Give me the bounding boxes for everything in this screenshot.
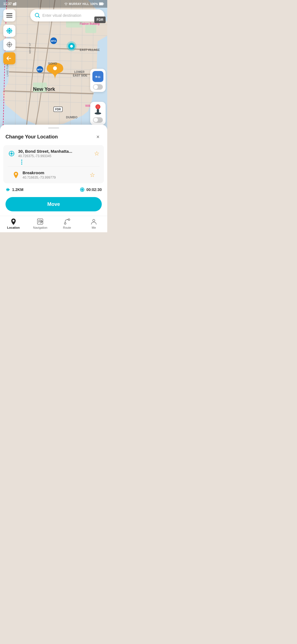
svg-point-80 xyxy=(99,76,100,77)
svg-rect-86 xyxy=(97,109,99,113)
search-icon xyxy=(35,13,40,18)
location1-name: 30, Bond Street, Manhatta... xyxy=(18,149,91,154)
svg-text:MTA: MTA xyxy=(51,40,56,42)
svg-rect-58 xyxy=(6,13,12,14)
nav-item-me[interactable]: Me xyxy=(81,218,108,230)
svg-rect-6 xyxy=(99,3,103,5)
location1-coords: 40.726375,-73.993345 xyxy=(18,154,91,158)
svg-point-109 xyxy=(93,219,95,222)
location2-star[interactable]: ☆ xyxy=(90,171,95,179)
location2-coords: 40.716635,-73.999779 xyxy=(23,176,87,179)
time-icon xyxy=(80,187,85,192)
location1-text: 30, Bond Street, Manhatta... 40.726375,-… xyxy=(18,149,91,158)
svg-text:WEST ST: WEST ST xyxy=(29,43,31,54)
svg-text:EAST VILLAGE: EAST VILLAGE xyxy=(80,48,100,51)
svg-rect-2 xyxy=(15,2,16,6)
svg-text:LOWER: LOWER xyxy=(74,70,85,73)
svg-point-82 xyxy=(99,77,100,78)
svg-point-4 xyxy=(65,5,66,6)
location2-name: Breakroom xyxy=(23,170,87,175)
route-nav-icon xyxy=(64,218,71,225)
location1-icon xyxy=(8,150,15,157)
svg-text:DUMBO: DUMBO xyxy=(66,116,78,119)
status-bar: 11:37 MURRAY HILL 100% xyxy=(0,0,107,8)
svg-rect-3 xyxy=(16,2,17,6)
svg-point-85 xyxy=(96,105,100,108)
nav-label-location: Location xyxy=(7,226,20,229)
nav-item-route[interactable]: Route xyxy=(54,218,81,230)
location-row-2: Breakroom 40.716635,-73.999779 ☆ xyxy=(8,167,100,179)
menu-icon xyxy=(6,13,12,18)
nav-label-navigation: Navigation xyxy=(33,226,47,229)
right-panel-joystick xyxy=(90,102,106,125)
svg-point-83 xyxy=(98,77,98,78)
target-button[interactable] xyxy=(3,39,15,51)
close-sheet-button[interactable]: × xyxy=(94,133,102,141)
me-nav-icon xyxy=(90,218,97,225)
joystick-toggle[interactable] xyxy=(93,117,103,123)
search-input[interactable]: Enter vitual destination xyxy=(42,13,100,18)
time-text: 00:02:30 xyxy=(86,187,102,192)
svg-point-108 xyxy=(68,219,70,220)
freeze-button[interactable] xyxy=(3,25,15,37)
bottom-nav: Location Navigation Route Me xyxy=(0,216,107,232)
location-card: 30, Bond Street, Manhatta... 40.726375,-… xyxy=(3,145,104,183)
svg-rect-60 xyxy=(6,17,12,18)
time-block: 00:02:30 xyxy=(80,187,102,192)
bottom-sheet: Change Your Location × 30, Bond Street, … xyxy=(0,125,107,216)
sheet-title: Change Your Location xyxy=(6,134,58,140)
joystick-button[interactable] xyxy=(92,104,103,115)
back-button[interactable] xyxy=(3,52,15,64)
gamepad-toggle[interactable] xyxy=(93,84,103,90)
svg-text:EAST SIDE: EAST SIDE xyxy=(73,74,87,77)
joystick-icon xyxy=(93,104,103,115)
svg-point-81 xyxy=(100,77,100,78)
svg-text:SOHO: SOHO xyxy=(48,62,57,65)
fdr-top-badge: FDR xyxy=(94,17,106,23)
nav-label-route: Route xyxy=(63,226,71,229)
svg-text:MTA: MTA xyxy=(37,68,43,71)
search-bar[interactable]: Enter vitual destination xyxy=(30,9,105,21)
svg-point-42 xyxy=(70,45,73,48)
svg-rect-0 xyxy=(13,3,14,6)
location-row-1: 30, Bond Street, Manhatta... 40.726375,-… xyxy=(8,149,100,158)
svg-point-100 xyxy=(12,220,14,222)
back-icon xyxy=(6,56,12,61)
nav-label-me: Me xyxy=(92,226,96,229)
svg-point-43 xyxy=(53,66,57,70)
gamepad-icon xyxy=(94,74,101,79)
location1-star[interactable]: ☆ xyxy=(94,150,100,157)
svg-text:FDR: FDR xyxy=(55,108,61,111)
svg-rect-1 xyxy=(14,3,15,6)
location-nav-icon xyxy=(10,218,17,225)
svg-point-94 xyxy=(15,173,17,175)
navigation-nav-icon xyxy=(37,218,44,225)
distance-block: 1.2KM xyxy=(6,187,23,192)
location2-icon xyxy=(12,171,20,179)
nav-item-location[interactable]: Location xyxy=(0,218,27,230)
route-divider xyxy=(8,158,100,166)
move-button[interactable]: Move xyxy=(6,197,102,211)
right-panel-gamepad xyxy=(90,69,106,92)
svg-point-89 xyxy=(10,152,13,155)
snowflake-icon xyxy=(6,28,13,34)
sheet-title-row: Change Your Location × xyxy=(0,133,107,145)
distance-icon xyxy=(6,187,10,192)
distance-text: 1.2KM xyxy=(12,187,23,192)
sheet-handle xyxy=(48,127,59,129)
gamepad-button[interactable] xyxy=(92,71,103,82)
svg-rect-32 xyxy=(85,25,96,33)
svg-text:New York: New York xyxy=(33,86,55,92)
svg-rect-59 xyxy=(6,15,12,16)
status-right: MURRAY HILL 100% xyxy=(64,2,104,6)
svg-point-75 xyxy=(8,43,10,46)
svg-point-107 xyxy=(64,223,66,224)
status-time: 11:37 xyxy=(3,2,17,6)
left-buttons xyxy=(3,25,15,64)
location2-text: Breakroom 40.716635,-73.999779 xyxy=(23,170,87,179)
svg-point-87 xyxy=(95,112,101,114)
target-icon xyxy=(6,41,13,48)
nav-item-navigation[interactable]: Navigation xyxy=(27,218,54,230)
menu-button[interactable] xyxy=(3,9,15,21)
info-row: 1.2KM 00:02:30 xyxy=(0,183,107,195)
